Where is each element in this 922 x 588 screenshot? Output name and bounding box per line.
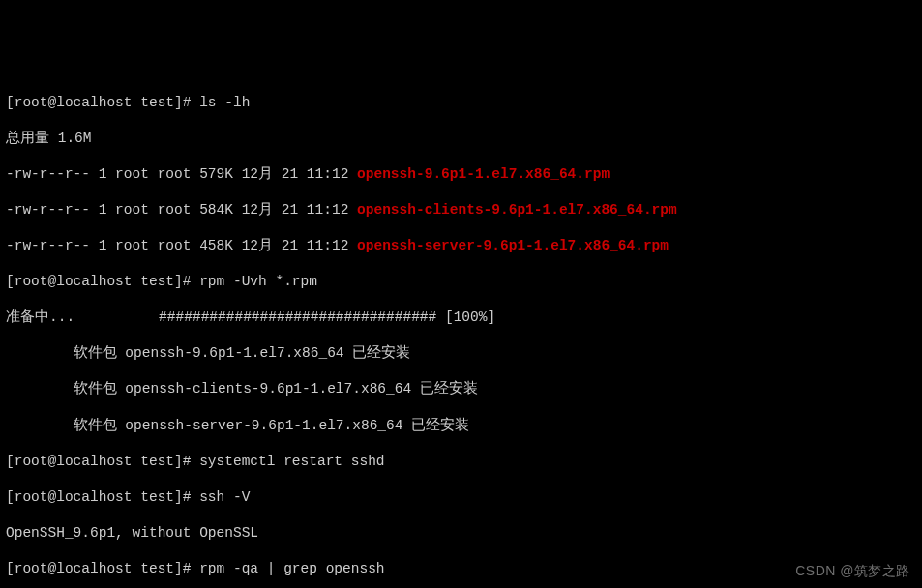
cmd-ls: ls -lh — [199, 95, 250, 110]
pkg-prefix: 软件包 — [6, 418, 125, 433]
pkg-name: openssh-9.6p1-1.el7.x86_64 — [125, 345, 343, 361]
pkg-name: openssh-clients-9.6p1-1.el7.x86_64 — [125, 381, 411, 397]
shell-prompt: [root@localhost test]# — [6, 454, 199, 469]
pkg-suffix: 已经安装 — [344, 345, 411, 361]
shell-prompt: [root@localhost test]# — [6, 274, 199, 289]
pkg-prefix: 软件包 — [6, 345, 125, 361]
ls-file: openssh-clients-9.6p1-1.el7.x86_64.rpm — [357, 202, 677, 218]
cmd-rpm-install: rpm -Uvh *.rpm — [199, 274, 317, 289]
pkg-name: openssh-server-9.6p1-1.el7.x86_64 — [125, 418, 402, 433]
prepare-label: 准备中... — [6, 309, 74, 325]
progress-bar: ################################# [100%] — [74, 309, 495, 325]
cmd-ssh-v: ssh -V — [199, 489, 250, 505]
ls-perm: -rw-r--r-- 1 root root 458K 12月 21 11:12 — [6, 238, 357, 253]
cmd-restart: systemctl restart sshd — [199, 454, 384, 469]
ls-perm: -rw-r--r-- 1 root root 584K 12月 21 11:12 — [6, 202, 357, 218]
pkg-suffix: 已经安装 — [411, 381, 478, 397]
shell-prompt: [root@localhost test]# — [6, 561, 199, 576]
shell-prompt: [root@localhost test]# — [6, 489, 199, 505]
pkg-prefix: 软件包 — [6, 381, 125, 397]
terminal-output[interactable]: [root@localhost test]# ls -lh 总用量 1.6M -… — [6, 75, 916, 588]
ls-total: 总用量 1.6M — [6, 130, 916, 148]
ls-file: openssh-9.6p1-1.el7.x86_64.rpm — [357, 166, 610, 182]
ls-perm: -rw-r--r-- 1 root root 579K 12月 21 11:12 — [6, 166, 357, 182]
pkg-suffix: 已经安装 — [402, 418, 469, 433]
shell-prompt: [root@localhost test]# — [6, 95, 199, 110]
watermark-text: CSDN @筑梦之路 — [795, 563, 910, 580]
ls-file: openssh-server-9.6p1-1.el7.x86_64.rpm — [357, 238, 669, 253]
cmd-rpm-qa1: rpm -qa | grep openssh — [199, 561, 384, 576]
ssh-version: OpenSSH_9.6p1, without OpenSSL — [6, 524, 916, 543]
